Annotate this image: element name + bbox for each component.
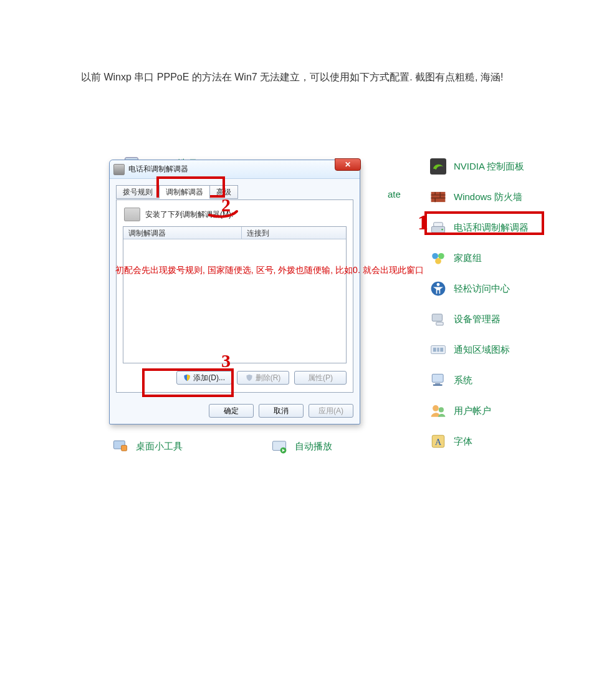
tab-modem[interactable]: 调制解调器 [159, 185, 210, 199]
svg-rect-17 [435, 383, 440, 385]
modem-list[interactable]: 调制解调器 连接到 [123, 226, 347, 363]
cp-item-firewall[interactable]: Windows 防火墙 [430, 189, 522, 205]
svg-rect-10 [432, 314, 442, 321]
cp-label: 桌面小工具 [136, 441, 183, 453]
cp-label: 轻松访问中心 [454, 283, 510, 295]
close-button[interactable]: ✕ [335, 158, 361, 171]
cp-item-homegroup[interactable]: 家庭组 [430, 250, 482, 266]
svg-rect-14 [437, 348, 439, 352]
svg-rect-15 [440, 348, 443, 352]
remove-button: 删除(R) [237, 371, 289, 385]
svg-rect-13 [433, 348, 436, 352]
svg-point-5 [432, 253, 438, 259]
cancel-button[interactable]: 取消 [259, 404, 304, 418]
svg-point-19 [433, 405, 439, 411]
svg-rect-24 [122, 445, 127, 451]
svg-point-20 [439, 407, 444, 412]
tabstrip: 拨号规则 调制解调器 高级 [116, 185, 353, 200]
svg-rect-11 [436, 322, 443, 325]
list-body-empty [123, 239, 346, 363]
svg-point-7 [435, 258, 441, 264]
tab-panel-modem: 安装了下列调制解调器(M): 调制解调器 连接到 添加(D)... 删除(R) [116, 199, 353, 393]
annotation-arrow-2 [206, 209, 243, 220]
cp-label: 设备管理器 [454, 314, 500, 325]
cp-label: 字体 [454, 436, 472, 448]
intro-text: 以前 Winxp 串口 PPPoE 的方法在 Win7 无法建立，可以使用如下方… [81, 67, 527, 87]
dialog-title: 电话和调制解调器 [128, 164, 188, 175]
properties-button: 属性(P) [294, 371, 347, 385]
bg-text-date-fragment: ate [388, 189, 401, 199]
svg-point-6 [438, 253, 444, 259]
cp-label: 家庭组 [454, 252, 482, 264]
desktop-gadgets-icon [112, 438, 128, 454]
cp-label: Windows 防火墙 [454, 191, 522, 203]
tab-dial-rules[interactable]: 拨号规则 [116, 185, 160, 199]
ease-of-access-icon [430, 280, 446, 297]
cp-label: 通知区域图标 [454, 344, 510, 356]
modem-icon [113, 164, 125, 175]
device-manager-icon [430, 311, 446, 327]
firewall-icon [430, 189, 446, 205]
svg-rect-18 [433, 385, 443, 386]
cp-label: 用户帐户 [454, 405, 491, 417]
fonts-icon: A [430, 433, 446, 449]
cp-item-desktop-gadgets[interactable]: 桌面小工具 [112, 438, 183, 454]
svg-rect-1 [431, 192, 446, 202]
col-modem[interactable]: 调制解调器 [123, 227, 242, 239]
cp-item-autoplay[interactable]: 自动播放 [271, 438, 332, 454]
svg-rect-16 [432, 374, 443, 382]
col-connect-to[interactable]: 连接到 [242, 227, 346, 239]
nvidia-icon [430, 158, 446, 175]
cp-label: 自动播放 [295, 441, 332, 453]
user-accounts-icon [430, 403, 446, 419]
cp-item-notification-icons[interactable]: 通知区域图标 [430, 342, 510, 358]
cp-item-device-manager[interactable]: 设备管理器 [430, 311, 500, 327]
notification-area-icon [430, 342, 446, 358]
annotation-note: 初配会先出现拨号规则, 国家随便选, 区号, 外拨也随便输, 比如0. 就会出现… [115, 265, 524, 276]
modem-device-icon [124, 208, 140, 221]
annotation-box-1 [424, 211, 544, 235]
apply-button: 应用(A) [309, 404, 353, 418]
homegroup-icon [430, 250, 446, 266]
svg-text:A: A [435, 437, 442, 447]
cp-item-fonts[interactable]: A 字体 [430, 433, 472, 449]
autoplay-icon [271, 438, 287, 454]
dialog-titlebar[interactable]: 电话和调制解调器 ✕ [110, 160, 360, 179]
annotation-box-3 [142, 368, 234, 397]
cp-label: 系统 [454, 375, 472, 386]
svg-point-9 [437, 283, 440, 286]
cp-item-ease-of-access[interactable]: 轻松访问中心 [430, 280, 510, 297]
ok-button[interactable]: 确定 [209, 404, 254, 418]
close-icon: ✕ [345, 160, 351, 169]
uac-shield-icon [246, 374, 253, 381]
cp-label: NVIDIA 控制面板 [454, 161, 524, 173]
cp-item-user-accounts[interactable]: 用户帐户 [430, 403, 491, 419]
cp-item-system[interactable]: 系统 [430, 372, 472, 388]
system-icon [430, 372, 446, 388]
cp-item-nvidia[interactable]: NVIDIA 控制面板 [430, 158, 524, 175]
list-header: 调制解调器 连接到 [123, 227, 346, 239]
